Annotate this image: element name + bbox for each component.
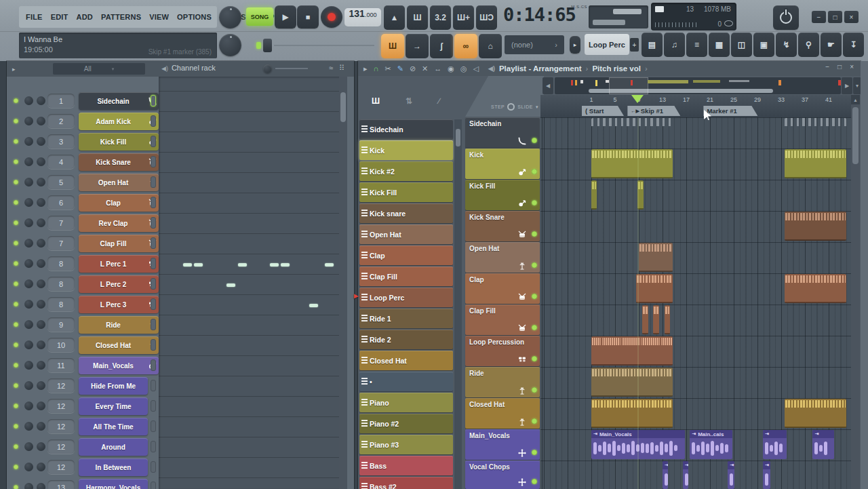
step-mark[interactable] [325,263,334,267]
picker-item[interactable]: Kick [359,140,453,160]
draw-tool-icon[interactable]: ✎ [397,64,403,73]
channel-pan-knob[interactable] [24,137,33,146]
channel-pan-knob[interactable] [24,381,33,390]
channel-button[interactable]: Adam Kick [79,113,159,130]
controller-dropdown[interactable]: (none) › [505,35,564,54]
track-enable-led[interactable] [532,200,537,206]
close-button[interactable]: × [850,63,854,71]
rack-filter-dropdown[interactable]: All ▾ [53,63,145,75]
step-mark[interactable] [183,263,192,267]
close-button[interactable]: × [844,11,859,23]
channel-volume-knob[interactable] [37,300,45,309]
pattern-song-overview[interactable] [589,5,648,28]
channel-button[interactable]: Kick Fill [79,133,159,151]
menu-item-add[interactable]: ADD [77,13,93,21]
channel-rack-button[interactable]: ≡ [686,33,707,57]
channel-mute-switch[interactable] [151,136,156,147]
step-slide-toggle[interactable]: STEP SLIDE ▾ [491,103,538,111]
playlist-clip[interactable]: ⇥ [663,461,668,489]
rack-expand-icon[interactable]: ▸ [12,66,16,73]
picker-item[interactable]: Sidechain [359,119,453,139]
channel-pan-knob[interactable] [24,483,33,489]
playlist-clip[interactable]: ⇥ [728,461,734,489]
loop-record-button[interactable]: Ш+ [453,5,474,30]
channel-mute-switch[interactable] [151,237,156,249]
channel-volume-knob[interactable] [37,442,45,451]
channel-button[interactable]: Around [79,438,148,456]
channel-mute-switch[interactable] [151,380,156,391]
channel-pan-knob[interactable] [24,218,33,227]
channel-pan-knob[interactable] [24,117,33,125]
playlist-clip[interactable]: ⇥ [683,461,688,489]
playlist-clip[interactable] [591,368,673,397]
playhead-marker[interactable] [631,95,644,103]
blend-record-button[interactable]: ШϽ [476,5,497,30]
picker-item[interactable]: Open Hat [359,224,453,244]
channel-pan-knob[interactable] [24,178,33,187]
channel-pan-knob[interactable] [24,300,33,309]
channel-pan-knob[interactable] [24,198,33,207]
track-enable-led[interactable] [532,356,537,361]
playlist-track-header[interactable]: Clap [465,273,540,304]
channel-led[interactable] [14,98,18,103]
channel-mute-switch[interactable] [151,441,156,452]
pattern-add-button[interactable]: + [630,38,639,52]
minimap-viewport[interactable] [609,77,648,94]
channel-pan-knob[interactable] [24,239,33,248]
picker-item[interactable]: Kick Fill [359,182,453,202]
channel-led[interactable] [14,119,18,123]
channel-mute-switch[interactable] [151,400,156,412]
step-edit-button[interactable]: → [406,34,429,58]
track-enable-led[interactable] [532,479,537,484]
tempo-display[interactable]: 131.000 [344,8,381,26]
menu-item-edit[interactable]: EDIT [51,13,68,21]
channel-volume-knob[interactable] [37,463,45,471]
channel-button[interactable]: Harmony_Vocals [79,479,148,489]
channel-button[interactable]: L Perc 2 [79,275,159,293]
channel-pan-knob[interactable] [24,279,33,288]
picker-item[interactable]: Closed Hat [359,351,453,370]
channel-mute-switch[interactable] [151,156,156,168]
power-button[interactable] [773,5,799,30]
channel-led[interactable] [14,139,18,144]
playlist-clip[interactable] [785,149,846,178]
picker-item[interactable]: Piano #3 [359,435,453,454]
channel-pan-knob[interactable] [24,463,33,471]
channel-mute-switch[interactable] [151,359,156,371]
grid-view-icon[interactable]: ⠿ [339,64,344,73]
picker-item[interactable]: Ride 1 [359,309,453,328]
playlist-clip[interactable] [653,305,659,334]
master-slider-track[interactable] [274,45,374,46]
playlist-clip[interactable] [636,274,673,303]
channel-led[interactable] [14,261,18,266]
playlist-clip[interactable] [591,399,673,428]
playlist-track-header[interactable]: Kick Snare [465,211,540,241]
delete-tool-icon[interactable]: ⊘ [410,64,416,73]
main-pitch-knob[interactable] [219,34,241,56]
wait-for-input-button[interactable]: Ш [407,5,428,30]
step-mark[interactable] [270,263,279,267]
picker-scroll-thumb[interactable] [456,129,460,146]
channel-pan-knob[interactable] [24,320,33,329]
channel-pan-knob[interactable] [24,259,33,268]
channel-led[interactable] [14,424,18,429]
channel-mute-switch[interactable] [151,461,156,473]
playlist-clip[interactable] [785,118,846,147]
channel-button[interactable]: Ride [79,316,159,334]
channel-mute-switch[interactable] [151,482,156,489]
channel-mute-switch[interactable] [151,197,156,208]
channel-led[interactable] [14,485,18,489]
track-enable-led[interactable] [532,325,537,330]
playlist-clip[interactable] [642,305,648,334]
channel-volume-knob[interactable] [37,361,45,370]
channel-mute-switch[interactable] [151,176,156,188]
channel-button[interactable]: Clap [79,194,159,212]
channel-volume-knob[interactable] [37,340,45,349]
channel-volume-knob[interactable] [37,320,45,329]
channel-volume-knob[interactable] [37,259,45,268]
picker-item[interactable]: Kick #2 [359,161,453,181]
channel-volume-knob[interactable] [37,198,45,207]
playlist-track-header[interactable]: Kick [465,149,540,179]
select-tool-icon[interactable]: ◉ [448,64,454,73]
piano-roll-button[interactable]: ♫ [664,33,685,57]
